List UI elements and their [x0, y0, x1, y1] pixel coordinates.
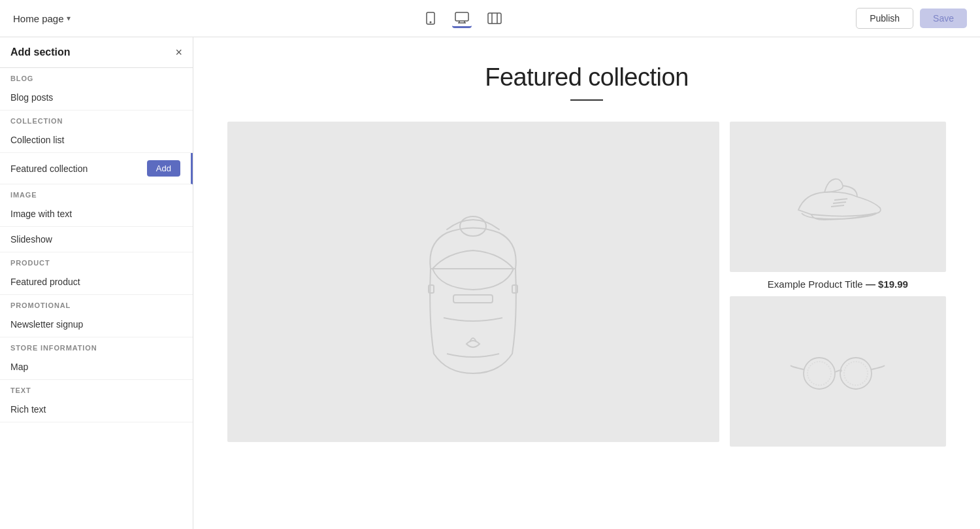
sidebar-item-featured-collection[interactable]: Featured collection Add — [0, 153, 193, 184]
svg-line-14 — [833, 202, 846, 203]
category-blog: BLOG — [0, 68, 193, 85]
sidebar-item-label: Newsletter signup — [10, 319, 83, 330]
featured-divider — [570, 99, 603, 101]
sidebar-item-featured-product[interactable]: Featured product — [0, 269, 193, 295]
product-price: — $19.99 — [866, 279, 908, 290]
svg-rect-12 — [512, 285, 517, 293]
sidebar-header: Add section × — [0, 37, 193, 68]
preview-area: Featured collection — [193, 37, 980, 529]
sidebar: Add section × BLOG Blog posts COLLECTION… — [0, 37, 193, 529]
sidebar-item-blog-posts[interactable]: Blog posts — [0, 85, 193, 111]
category-product: PRODUCT — [0, 252, 193, 269]
fullscreen-view-button[interactable] — [485, 10, 504, 27]
category-image: IMAGE — [0, 184, 193, 201]
category-collection: COLLECTION — [0, 111, 193, 128]
close-button[interactable]: × — [175, 46, 182, 58]
sidebar-item-slideshow[interactable]: Slideshow — [0, 227, 193, 252]
sidebar-item-label: Rich text — [10, 404, 46, 415]
sidebar-item-label: Image with text — [10, 209, 72, 219]
sidebar-item-label: Blog posts — [10, 92, 53, 103]
page-title-label: Home page — [13, 13, 64, 24]
product-grid: Example Product Title — $19.99 — [227, 122, 946, 447]
product-main-image[interactable] — [227, 122, 719, 442]
svg-point-19 — [844, 362, 868, 385]
product-info: Example Product Title — $19.99 — [730, 272, 946, 294]
sidebar-item-rich-text[interactable]: Rich text — [0, 397, 193, 422]
sidebar-item-label: Collection list — [10, 135, 64, 145]
svg-rect-6 — [488, 13, 501, 24]
product-side-image-bottom[interactable] — [730, 296, 946, 447]
sidebar-item-label: Featured collection — [10, 163, 88, 174]
category-promotional: PROMOTIONAL — [0, 295, 193, 312]
save-button[interactable]: Save — [920, 9, 967, 28]
topbar: Home page ▾ Publish — [0, 0, 980, 37]
mobile-view-button[interactable] — [422, 9, 439, 27]
svg-line-15 — [831, 205, 844, 207]
svg-point-18 — [808, 362, 831, 385]
page-title-button[interactable]: Home page ▾ — [13, 13, 71, 24]
svg-line-13 — [834, 199, 847, 200]
sidebar-item-label: Map — [10, 362, 28, 372]
svg-point-1 — [430, 22, 431, 23]
chevron-down-icon: ▾ — [67, 14, 71, 23]
topbar-left: Home page ▾ — [13, 13, 71, 24]
main-layout: Add section × BLOG Blog posts COLLECTION… — [0, 37, 980, 529]
sidebar-item-image-with-text[interactable]: Image with text — [0, 201, 193, 227]
add-section-button[interactable]: Add — [147, 160, 180, 177]
sidebar-item-collection-list[interactable]: Collection list — [0, 128, 193, 153]
product-side-column: Example Product Title — $19.99 — [730, 122, 946, 447]
category-store-information: STORE INFORMATION — [0, 337, 193, 354]
svg-point-16 — [804, 358, 835, 389]
svg-rect-11 — [429, 285, 434, 293]
sidebar-item-newsletter-signup[interactable]: Newsletter signup — [0, 312, 193, 337]
featured-collection-title: Featured collection — [206, 63, 967, 92]
publish-button[interactable]: Publish — [856, 8, 913, 29]
svg-rect-10 — [453, 295, 493, 303]
product-side-image-top[interactable] — [730, 122, 946, 272]
preview-content: Featured collection — [193, 37, 980, 473]
sidebar-item-map[interactable]: Map — [0, 354, 193, 380]
svg-point-17 — [840, 358, 872, 389]
sidebar-item-label: Slideshow — [10, 234, 52, 245]
sidebar-title: Add section — [10, 46, 71, 58]
topbar-center — [422, 9, 504, 28]
sidebar-item-label: Featured product — [10, 277, 80, 287]
svg-rect-2 — [455, 12, 468, 21]
product-title: Example Product Title — [768, 279, 863, 290]
desktop-view-button[interactable] — [452, 9, 472, 28]
category-text: TEXT — [0, 380, 193, 397]
topbar-right: Publish Save — [856, 8, 967, 29]
